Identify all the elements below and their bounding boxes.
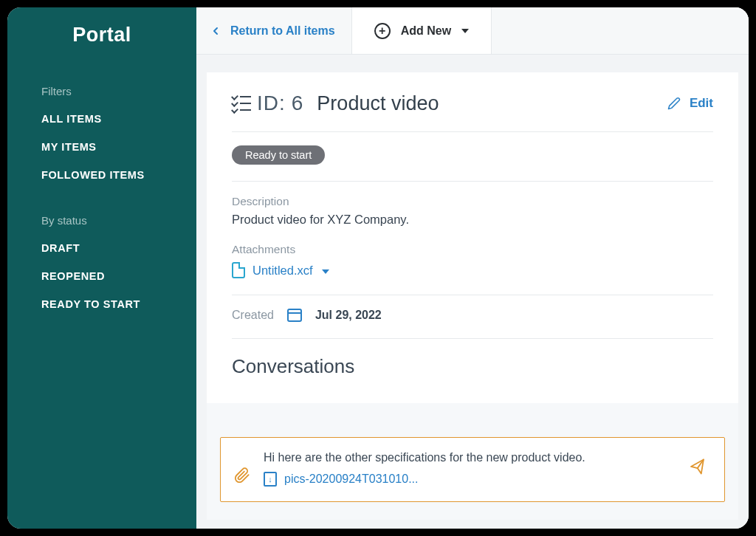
conversations-area: Hi here are the other specifications for… [207,403,738,520]
pencil-icon [667,97,681,110]
paperclip-icon[interactable] [234,467,250,488]
chevron-down-icon [322,269,329,274]
brand-logo: Portal [7,7,196,60]
conversation-input-box[interactable]: Hi here are the other specifications for… [220,437,725,502]
task-id: ID: 6 [232,92,303,115]
edit-label: Edit [690,96,713,111]
sidebar-filters-section: Filters All Items My Items Followed Item… [7,80,196,189]
sidebar-item-my-items[interactable]: My Items [7,133,196,161]
conversation-attachment-name: pics-20200924T031010... [284,473,418,486]
status-badge: Ready to start [232,145,325,165]
attachment-item[interactable]: Untitled.xcf [232,262,713,278]
task-card: ID: 6 Product video Edit Ready to start … [207,72,738,403]
main-area: Return to All items + Add New [196,7,749,529]
sidebar-status-label: By status [7,210,196,234]
return-to-all-items-link[interactable]: Return to All items [196,7,352,54]
attachment-filename: Untitled.xcf [252,264,313,278]
file-download-icon: ↓ [264,472,277,487]
created-date: Jul 29, 2022 [315,309,382,322]
sidebar-item-reopened[interactable]: Reopened [7,262,196,290]
conversation-message-text: Hi here are the other specifications for… [264,451,677,464]
add-new-button[interactable]: + Add New [352,7,492,54]
sidebar-item-ready-to-start[interactable]: Ready To Start [7,290,196,318]
created-label: Created [232,309,274,322]
edit-button[interactable]: Edit [667,96,713,111]
sidebar-item-followed-items[interactable]: Followed Items [7,161,196,189]
checklist-icon [232,95,251,112]
return-link-label: Return to All items [230,24,335,38]
divider [232,338,713,339]
attachments-label: Attachments [232,243,713,256]
id-prefix: ID: [257,92,286,115]
topbar: Return to All items + Add New [196,7,749,55]
sidebar-status-section: By status Draft Reopened Ready To Start [7,210,196,318]
send-button[interactable] [689,458,709,481]
sidebar-item-all-items[interactable]: All Items [7,105,196,133]
created-row: Created Jul 29, 2022 [232,309,713,322]
plus-circle-icon: + [374,23,391,39]
divider [232,131,713,132]
add-new-label: Add New [401,24,451,38]
divider [232,181,713,182]
calendar-icon [287,309,302,322]
sidebar: Portal Filters All Items My Items Follow… [7,7,196,529]
chevron-down-icon [461,29,469,33]
sidebar-filters-label: Filters [7,80,196,105]
chevron-left-icon [210,25,221,37]
task-title: Product video [317,92,439,115]
description-text: Product video for XYZ Company. [232,213,713,227]
conversation-attachment[interactable]: ↓ pics-20200924T031010... [264,472,677,487]
id-value: 6 [292,92,304,115]
conversations-heading: Conversations [232,355,713,378]
file-icon [232,262,245,278]
divider [232,295,713,295]
task-title-row: ID: 6 Product video Edit [232,92,713,115]
description-label: Description [232,195,713,208]
sidebar-item-draft[interactable]: Draft [7,234,196,262]
